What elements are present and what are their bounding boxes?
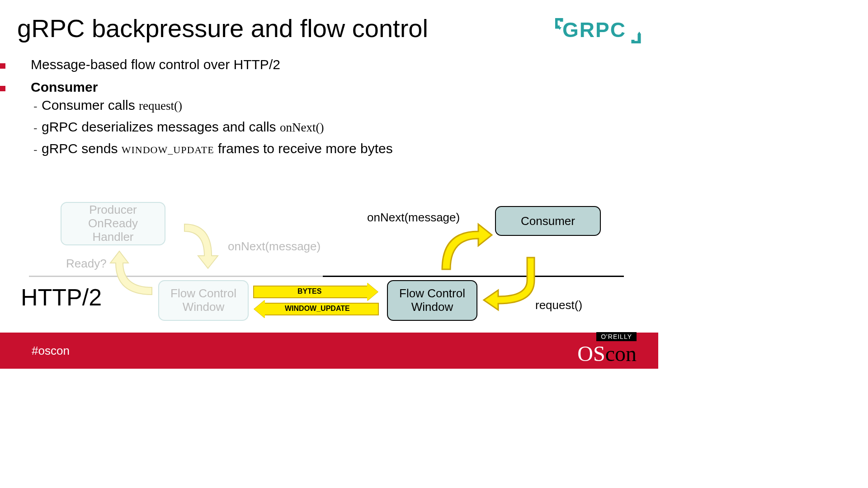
bullet-icon (0, 63, 5, 69)
code-text: WINDOW_UPDATE (122, 144, 214, 155)
code-text: request() (139, 99, 182, 113)
consumer-box: Consumer (495, 206, 601, 236)
request-label: request() (535, 298, 582, 312)
text: Window (183, 300, 224, 314)
oreilly-badge: O'REILLY (596, 332, 637, 341)
sub-bullet-1: Consumer calls request() (42, 98, 182, 113)
ready-arrow-icon (107, 245, 156, 304)
dash-icon: - (33, 121, 38, 135)
sub-bullet-3: gRPC sends WINDOW_UPDATE frames to recei… (42, 141, 393, 156)
sub-bullet-2: gRPC deserializes messages and calls onN… (42, 119, 324, 135)
request-arrow-icon (480, 253, 543, 316)
text: OnReady (88, 217, 138, 230)
http2-line (323, 276, 624, 277)
text: Flow Control (399, 287, 465, 300)
oscon-logo: O'REILLY OScon (577, 332, 637, 366)
slide-title: gRPC backpressure and flow control (17, 14, 428, 43)
bullet-2: Consumer (31, 80, 98, 95)
producer-box-faded: Producer OnReady Handler (61, 202, 165, 245)
text: Consumer calls (42, 98, 139, 113)
text: Handler (92, 230, 133, 244)
window-update-label: WINDOW_UPDATE (285, 305, 350, 313)
bullet-1: Message-based flow control over HTTP/2 (31, 57, 280, 72)
oscon-wordmark: OScon (577, 341, 637, 366)
text: gRPC deserializes messages and calls (42, 119, 280, 134)
text: OS (577, 342, 605, 366)
text: Flow Control (170, 287, 236, 300)
onnext-arrow-faded-icon (180, 216, 230, 275)
code-text: onNext() (280, 121, 324, 134)
footer-bar (0, 333, 658, 369)
grpc-logo-text: GRPC (562, 18, 626, 42)
dash-icon: - (33, 143, 38, 157)
ready-label-faded: Ready? (66, 257, 107, 271)
bullet-icon (0, 86, 5, 91)
text: Window (411, 300, 453, 314)
onnext-label-faded: onNext(message) (228, 239, 321, 253)
text: gRPC sends (42, 141, 122, 156)
grpc-logo: GRPC (555, 18, 641, 48)
hashtag: #oscon (32, 344, 70, 358)
text: Producer (89, 203, 137, 217)
text: con (605, 342, 637, 366)
svg-marker-1 (637, 32, 641, 34)
flow-control-right-box: Flow Control Window (387, 280, 477, 321)
http2-label: HTTP/2 (21, 284, 102, 311)
bytes-label: BYTES (297, 287, 321, 296)
text: frames to receive more bytes (214, 141, 393, 156)
flow-control-left-faded: Flow Control Window (158, 280, 249, 321)
dash-icon: - (33, 99, 38, 113)
http2-line-faded (29, 276, 323, 277)
